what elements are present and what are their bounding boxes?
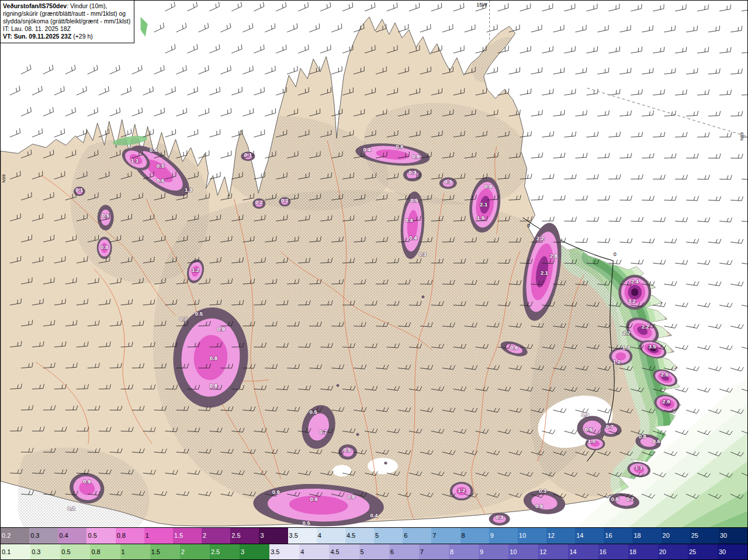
legend-cell-value: 7: [420, 548, 424, 555]
legend-cell: 18: [632, 528, 661, 544]
zero-isotherm-label: 0: [527, 223, 530, 229]
legend-cell-value: 9: [480, 548, 483, 555]
legend-cell: 5: [374, 528, 403, 544]
legend-cell-value: 30: [719, 548, 726, 555]
legend-cell-value: 3.5: [289, 532, 298, 539]
legend-cell-value: 4.5: [347, 532, 355, 539]
valid-time: VT: Sun. 09.11.2025 23Z: [3, 33, 71, 40]
precip-value-label: 0.4: [405, 217, 413, 223]
precip-value-label: 0.3: [418, 251, 426, 257]
legend-cell-value: 10: [519, 532, 526, 539]
legend-cell: 9: [489, 528, 518, 544]
precip-value-label: 0.8: [347, 493, 355, 500]
precip-value-label: 1.1: [635, 464, 643, 471]
legend-cell-value: 0.3: [30, 532, 39, 539]
legend-cell: 10: [508, 544, 538, 560]
legend: 0.20.30.40.50.811.522.533.544.5567891012…: [1, 527, 747, 559]
legend-desc-snow: slydda/snjókoma (grátt/bleikt/grænt - mm…: [3, 18, 130, 25]
precip-value-label: 1.9: [477, 215, 484, 221]
legend-cell-value: 2.5: [211, 548, 220, 555]
precip-value-label: 3.2: [628, 298, 636, 304]
legend-cell: 2: [180, 544, 210, 560]
legend-cell: 4: [317, 528, 345, 544]
precip-value-label: 0.1: [244, 151, 252, 158]
legend-cell-value: 0.5: [88, 532, 96, 539]
precip-value-label: 2.1: [480, 201, 487, 208]
precip-value-label: 0.9: [83, 478, 91, 485]
precip-value-label: 0.1: [75, 186, 83, 193]
precip-value-label: 0.5: [343, 447, 351, 453]
legend-cell-value: 14: [569, 548, 576, 555]
legend-cell: 25: [690, 528, 719, 544]
legend-cell: 0.8: [90, 544, 120, 560]
precip-value-label: 1.1: [131, 157, 138, 164]
legend-cell-value: 14: [576, 532, 583, 539]
legend-cell-value: 5: [375, 532, 379, 539]
legend-cell: 3: [259, 528, 288, 544]
legend-cell: 2.5: [210, 544, 240, 560]
rain-scale-bar: 0.10.30.50.811.522.533.544.5567891012141…: [1, 544, 747, 560]
precip-value-label: 0.3: [408, 169, 416, 175]
precip-value-label: 0.8: [639, 433, 646, 440]
precip-value-label: 0.8: [101, 244, 108, 250]
legend-cell-value: 3: [241, 548, 244, 555]
precip-value-label: 0.5: [157, 163, 164, 169]
legend-cell: 1.5: [150, 544, 180, 560]
precip-value-label: 0.3: [496, 514, 503, 520]
legend-cell-value: 16: [605, 532, 612, 539]
title-rest: : Vindur (10m),: [67, 2, 107, 9]
precip-value-label: 0.6: [653, 438, 660, 444]
precip-value-label: 0.9: [535, 503, 543, 509]
valid-time-offset: (+29 h): [71, 33, 92, 40]
precip-value-label: 0.7: [320, 428, 327, 435]
legend-cell-value: 0.4: [59, 532, 68, 539]
legend-cell-value: 1: [146, 532, 149, 539]
legend-cell-value: 1.5: [174, 532, 183, 539]
precip-value-label: 0.5: [585, 426, 593, 433]
legend-cell: 5: [359, 544, 389, 560]
legend-cell: 2.5: [230, 528, 259, 544]
legend-cell: 4.5: [345, 528, 374, 544]
legend-cell: 1: [144, 528, 173, 544]
weather-map-page: 1.10.40.50.51.30.50.81.20.10.10.20.20.40…: [0, 0, 748, 560]
precip-value-label: 0.5: [310, 409, 317, 415]
legend-cell-value: 25: [691, 532, 698, 539]
precip-value-label: 2.4: [631, 278, 639, 285]
precip-value-label: 1.3: [185, 186, 192, 193]
precip-value-label: 1.2: [613, 358, 621, 365]
precip-value-label: 2.8: [550, 253, 557, 259]
legend-cell: 16: [604, 528, 632, 544]
grid-label-right: N99: [739, 132, 744, 141]
precip-value-label: 2.2: [642, 323, 649, 330]
precip-value-label: 0.6: [510, 344, 518, 351]
legend-cell-value: 1.5: [151, 548, 160, 555]
legend-cell: 1.5: [173, 528, 202, 544]
precip-dot: [384, 462, 387, 465]
legend-cell-value: 12: [548, 532, 555, 539]
legend-cell: 3: [240, 544, 269, 560]
precip-value-label: 0.6: [310, 496, 318, 502]
precip-value-label: 0.5: [303, 520, 310, 526]
legend-cell: 8: [460, 528, 489, 544]
legend-cell-value: 0.1: [2, 548, 11, 555]
precip-value-label: 0.8: [484, 183, 492, 189]
precip-value-label: 0.4: [150, 147, 158, 153]
legend-cell: 4: [299, 544, 329, 560]
legend-cell-value: 4: [300, 548, 304, 555]
precip-value-label: 0.5: [102, 212, 109, 219]
legend-cell: 7: [431, 528, 460, 544]
title-line: Veðurstofan/IS750dev: Vindur (10m),: [3, 2, 130, 10]
precip-dot: [421, 295, 424, 298]
precip-value-label: 2.7: [623, 330, 631, 336]
precip-value-label: 0.6: [396, 143, 403, 150]
precip-value-label: 0.2: [67, 505, 75, 511]
legend-cell-value: 10: [510, 548, 517, 555]
legend-cell-value: 4.5: [330, 548, 339, 555]
legend-cell-value: 18: [629, 548, 636, 555]
precip-value-label: 0.4: [370, 512, 378, 518]
grid-label-left: N99: [1, 174, 6, 182]
precip-value-label: 0.8: [210, 382, 217, 389]
legend-cell: 1: [120, 544, 150, 560]
precip-value-label: 0.7: [179, 316, 187, 322]
legend-cell-value: 5: [361, 548, 364, 555]
